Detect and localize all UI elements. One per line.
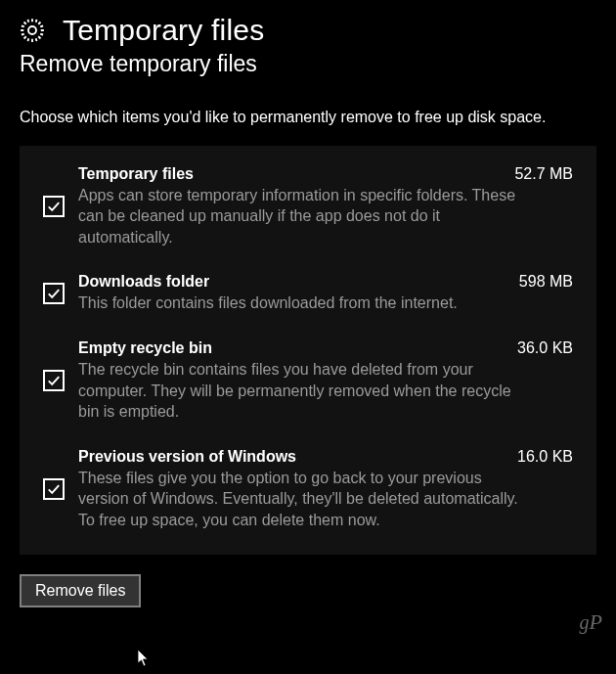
item-title: Temporary files xyxy=(78,165,194,183)
item-title: Previous version of Windows xyxy=(78,448,296,466)
item-size: 598 MB xyxy=(519,273,573,291)
list-item: Downloads folder 598 MB This folder cont… xyxy=(43,273,573,314)
list-item: Temporary files 52.7 MB Apps can store t… xyxy=(43,165,573,248)
check-icon xyxy=(47,200,61,213)
item-description: Apps can store temporary information in … xyxy=(78,185,528,248)
item-title: Downloads folder xyxy=(78,273,209,291)
page-title: Temporary files xyxy=(63,14,264,47)
page-description: Choose which items you'd like to permane… xyxy=(20,107,567,128)
page-title-row: Temporary files xyxy=(20,14,596,47)
item-title: Empty recycle bin xyxy=(78,339,212,357)
checkbox-recycle-bin[interactable] xyxy=(43,370,65,391)
list-item: Previous version of Windows 16.0 KB Thes… xyxy=(43,448,573,531)
remove-files-button[interactable]: Remove files xyxy=(20,574,141,607)
item-description: These files give you the option to go ba… xyxy=(78,468,528,531)
item-size: 52.7 MB xyxy=(514,165,573,183)
items-panel: Temporary files 52.7 MB Apps can store t… xyxy=(20,146,596,555)
check-icon xyxy=(47,482,61,496)
check-icon xyxy=(47,374,61,387)
item-size: 16.0 KB xyxy=(517,448,573,466)
item-description: This folder contains files downloaded fr… xyxy=(78,292,528,314)
check-icon xyxy=(47,287,61,300)
checkbox-temporary-files[interactable] xyxy=(43,196,65,217)
page-subtitle: Remove temporary files xyxy=(20,51,596,77)
item-description: The recycle bin contains files you have … xyxy=(78,359,528,423)
list-item: Empty recycle bin 36.0 KB The recycle bi… xyxy=(43,339,573,423)
item-size: 36.0 KB xyxy=(517,339,573,357)
svg-point-0 xyxy=(28,26,36,34)
checkbox-downloads-folder[interactable] xyxy=(43,283,65,304)
cursor-icon xyxy=(137,650,151,671)
checkbox-previous-windows[interactable] xyxy=(43,478,65,500)
gear-icon xyxy=(18,16,47,45)
